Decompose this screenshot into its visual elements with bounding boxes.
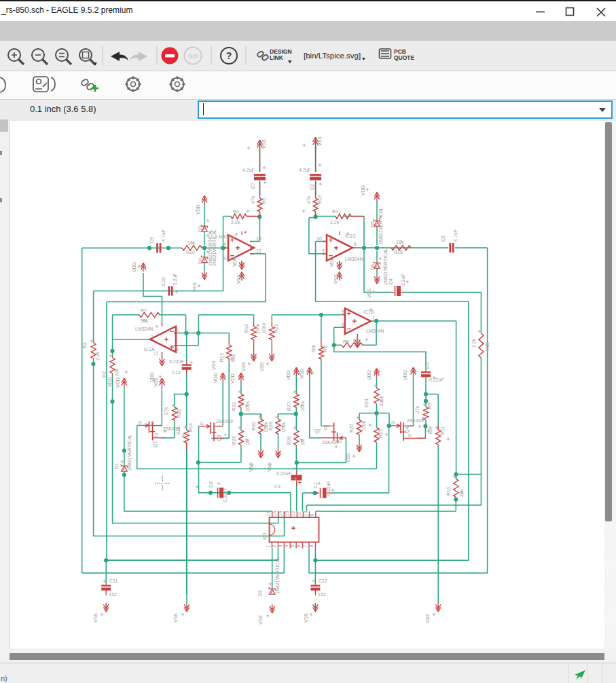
svg-text:C9: C9 xyxy=(274,484,280,489)
svg-text:56k: 56k xyxy=(141,318,149,323)
svg-text:R28: R28 xyxy=(268,422,273,430)
svg-text:3: 3 xyxy=(278,545,283,548)
svg-text:2SK439: 2SK439 xyxy=(163,426,180,431)
svg-text:10: 10 xyxy=(316,236,322,241)
svg-text:VDD: VDD xyxy=(196,204,200,215)
svg-text:9: 9 xyxy=(310,514,314,517)
svg-text:VDD: VDD xyxy=(329,257,334,267)
svg-text:0.22uF: 0.22uF xyxy=(169,359,184,364)
svg-text:R5: R5 xyxy=(261,198,266,204)
svg-text:R25: R25 xyxy=(349,424,354,432)
svg-text:12: 12 xyxy=(291,511,295,517)
svg-text:S: S xyxy=(151,420,154,425)
svg-text:C4: C4 xyxy=(388,278,393,284)
svg-text:R9: R9 xyxy=(427,403,432,409)
svg-text:2SK439: 2SK439 xyxy=(407,418,424,423)
svg-text:150k: 150k xyxy=(281,422,286,432)
svg-text:LM324N: LM324N xyxy=(345,257,363,261)
svg-text:VSS: VSS xyxy=(258,615,263,625)
svg-text:LM324N: LM324N xyxy=(216,234,234,239)
svg-text:D: D xyxy=(155,432,158,437)
svg-text:15: 15 xyxy=(272,511,277,517)
svg-text:VDD: VDD xyxy=(132,262,137,272)
svg-text:R6: R6 xyxy=(343,339,349,344)
svg-text:4: 4 xyxy=(284,545,289,548)
svg-text:D2: D2 xyxy=(257,590,262,596)
svg-text:VSS: VSS xyxy=(211,361,216,370)
svg-text:C1: C1 xyxy=(313,482,318,488)
svg-text:R24: R24 xyxy=(364,399,369,407)
svg-text:Q4: Q4 xyxy=(405,427,410,433)
svg-text:1N821VERTICAL: 1N821VERTICAL xyxy=(275,557,280,594)
svg-text:D3: D3 xyxy=(198,226,202,232)
svg-text:VSS: VSS xyxy=(267,462,272,472)
svg-text:LM324N: LM324N xyxy=(135,327,153,331)
svg-text:6: 6 xyxy=(342,322,344,327)
svg-text:6: 6 xyxy=(296,545,301,548)
svg-text:10: 10 xyxy=(303,511,308,517)
svg-text:R2: R2 xyxy=(82,342,87,348)
svg-text:0.22uF: 0.22uF xyxy=(223,487,228,502)
svg-text:1N821VERTICAL: 1N821VERTICAL xyxy=(383,248,388,285)
svg-text:[bin/LTspice.svg]: [bin/LTspice.svg] xyxy=(304,52,361,60)
svg-text:16: 16 xyxy=(266,511,271,517)
svg-text:47k: 47k xyxy=(306,196,311,204)
svg-text:VSS: VSS xyxy=(425,614,430,623)
svg-text:VSS: VSS xyxy=(261,139,266,149)
svg-text:VSS: VSS xyxy=(346,453,350,462)
svg-text:D: D xyxy=(408,433,412,438)
svg-text:R3: R3 xyxy=(102,371,107,377)
svg-text:13: 13 xyxy=(285,511,289,517)
svg-text:LM324N: LM324N xyxy=(366,329,384,333)
svg-text:18k: 18k xyxy=(187,240,196,245)
svg-text:R31: R31 xyxy=(232,402,236,411)
svg-text:R1: R1 xyxy=(332,209,338,214)
svg-text:100k: 100k xyxy=(255,323,260,334)
svg-text:47k: 47k xyxy=(251,196,255,204)
svg-text:G: G xyxy=(338,439,342,443)
svg-text:14: 14 xyxy=(278,511,283,517)
svg-text:IC2: IC2 xyxy=(262,532,267,540)
svg-text:LINK: LINK xyxy=(270,54,284,61)
svg-text:56k: 56k xyxy=(311,344,316,352)
svg-text:R23: R23 xyxy=(378,429,383,438)
svg-text:2SK439: 2SK439 xyxy=(322,440,339,445)
svg-text:G: G xyxy=(391,420,395,425)
svg-text:VSS: VSS xyxy=(304,613,308,623)
svg-text:R11: R11 xyxy=(440,426,445,435)
svg-text:8: 8 xyxy=(354,242,357,246)
svg-text:VSS: VSS xyxy=(317,136,322,146)
svg-text:56k: 56k xyxy=(353,339,361,344)
svg-text:G: G xyxy=(200,421,203,426)
svg-text:D: D xyxy=(324,426,327,430)
svg-text:1N821VERTICAL: 1N821VERTICAL xyxy=(127,434,132,471)
svg-text:C13: C13 xyxy=(172,370,181,375)
svg-text:C12: C12 xyxy=(319,578,327,583)
svg-text:4.7uF: 4.7uF xyxy=(242,168,255,172)
svg-text:R27: R27 xyxy=(287,402,291,411)
svg-text:VSS: VSS xyxy=(192,282,197,292)
svg-text:C8: C8 xyxy=(441,236,446,242)
svg-text:?: ? xyxy=(226,50,232,61)
svg-text:27k: 27k xyxy=(415,405,420,413)
svg-text:R10: R10 xyxy=(485,342,490,351)
svg-text:4.7uF: 4.7uF xyxy=(299,168,311,172)
svg-text:2.2k: 2.2k xyxy=(471,338,476,348)
svg-text:7: 7 xyxy=(303,545,308,548)
svg-text:150k: 150k xyxy=(264,422,268,432)
svg-text:0.22uF: 0.22uF xyxy=(326,481,331,496)
svg-text:VDD: VDD xyxy=(286,370,291,380)
svg-text:1: 1 xyxy=(266,545,270,548)
svg-text:5: 5 xyxy=(342,310,344,314)
svg-text:D6: D6 xyxy=(370,264,375,270)
svg-text:C6: C6 xyxy=(209,481,213,487)
svg-text:R22: R22 xyxy=(177,409,181,418)
svg-text:VDD: VDD xyxy=(232,257,237,267)
svg-text:G: G xyxy=(138,420,141,425)
svg-text:11: 11 xyxy=(153,351,158,356)
svg-text:11: 11 xyxy=(297,511,302,516)
svg-text:4.7uF: 4.7uF xyxy=(161,229,166,242)
svg-text:VDD: VDD xyxy=(230,373,235,384)
svg-text:R30: R30 xyxy=(251,422,256,430)
svg-text:3: 3 xyxy=(176,347,179,352)
